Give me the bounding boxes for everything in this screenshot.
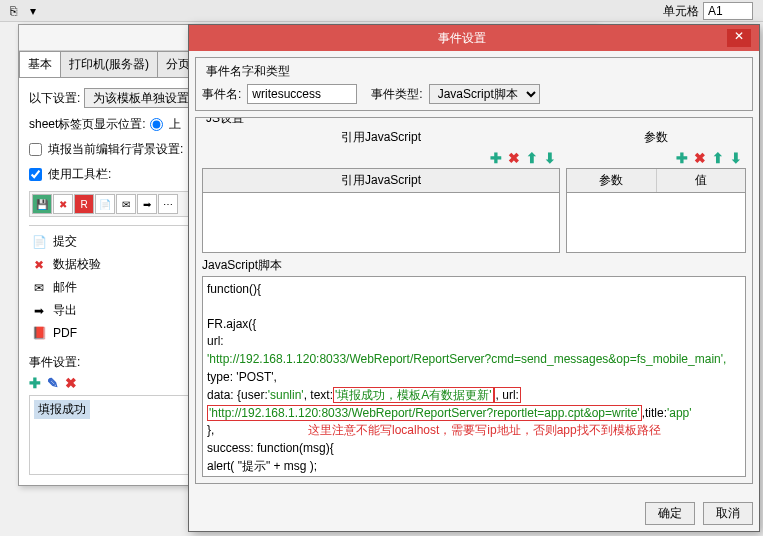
- refjs-grid[interactable]: [202, 193, 560, 253]
- tb-mail-icon[interactable]: ✉: [116, 194, 136, 214]
- toolbar-icon[interactable]: ⎘: [4, 2, 22, 20]
- event-name-label: 事件名:: [202, 86, 241, 103]
- tb-r-icon[interactable]: R: [74, 194, 94, 214]
- sheet-pos-up-radio[interactable]: [150, 118, 163, 131]
- event-type-select[interactable]: JavaScript脚本: [429, 84, 540, 104]
- param-up-icon[interactable]: ⬆: [712, 150, 724, 166]
- tb-more-icon[interactable]: ⋯: [158, 194, 178, 214]
- event-item-success[interactable]: 填报成功: [34, 400, 90, 419]
- fill-bg-label: 填报当前编辑行背景设置:: [48, 141, 183, 158]
- use-toolbar-label: 使用工具栏:: [48, 166, 111, 183]
- tab-basic[interactable]: 基本: [19, 51, 61, 77]
- dialog-titlebar: 事件设置 ✕: [189, 25, 759, 51]
- tb-doc-icon[interactable]: 📄: [95, 194, 115, 214]
- fill-bg-checkbox[interactable]: [29, 143, 42, 156]
- tb-save-icon[interactable]: 💾: [32, 194, 52, 214]
- close-icon[interactable]: ✕: [727, 29, 751, 47]
- param-grid[interactable]: [566, 193, 746, 253]
- validate-icon: ✖: [31, 257, 47, 273]
- script-label: JavaScript脚本: [202, 257, 746, 274]
- event-settings-dialog: 事件设置 ✕ 事件名字和类型 事件名: 事件类型: JavaScript脚本 J…: [188, 24, 760, 532]
- ref-js-title: 引用JavaScript: [202, 127, 560, 148]
- refjs-header: 引用JavaScript: [203, 169, 559, 192]
- ref-js-column: 引用JavaScript ✚ ✖ ⬆ ⬇ 引用JavaScript: [202, 127, 560, 253]
- toolbar-dropdown-icon[interactable]: ▾: [24, 2, 42, 20]
- event-edit-icon[interactable]: ✎: [47, 375, 59, 391]
- name-type-legend: 事件名字和类型: [202, 63, 294, 80]
- code-editor[interactable]: function(){ FR.ajax({ url: 'http://192.1…: [202, 276, 746, 477]
- refjs-down-icon[interactable]: ⬇: [544, 150, 556, 166]
- js-legend: JS设置: [202, 117, 746, 127]
- event-type-label: 事件类型:: [371, 86, 422, 103]
- cell-label: 单元格: [663, 3, 699, 20]
- tab-printer[interactable]: 打印机(服务器): [60, 51, 158, 77]
- param-down-icon[interactable]: ⬇: [730, 150, 742, 166]
- app-toolbar: ⎘ ▾ 单元格: [0, 0, 763, 22]
- name-type-fieldset: 事件名字和类型 事件名: 事件类型: JavaScript脚本: [195, 57, 753, 111]
- cancel-button[interactable]: 取消: [703, 502, 753, 525]
- email-icon: ✉: [31, 280, 47, 296]
- param-del-icon[interactable]: ✖: [694, 150, 706, 166]
- tb-export-icon[interactable]: ➡: [137, 194, 157, 214]
- param-add-icon[interactable]: ✚: [676, 150, 688, 166]
- refjs-up-icon[interactable]: ⬆: [526, 150, 538, 166]
- param-header-value: 值: [657, 169, 746, 192]
- event-name-input[interactable]: [247, 84, 357, 104]
- sheet-pos-label: sheet标签页显示位置:: [29, 116, 146, 133]
- event-dialog-title: 事件设置: [197, 30, 727, 47]
- refjs-add-icon[interactable]: ✚: [490, 150, 502, 166]
- js-settings-fieldset: JS设置 引用JavaScript ✚ ✖ ⬆ ⬇ 引用JavaScript 参…: [195, 117, 753, 484]
- ok-button[interactable]: 确定: [645, 502, 695, 525]
- dialog-buttons: 确定 取消: [189, 496, 759, 531]
- param-column: 参数 ✚ ✖ ⬆ ⬇ 参数 值: [566, 127, 746, 253]
- cell-reference: 单元格: [663, 2, 753, 20]
- pdf-icon: 📕: [31, 325, 47, 341]
- tb-check-icon[interactable]: ✖: [53, 194, 73, 214]
- code-annotation: 这里注意不能写localhost，需要写ip地址，否则app找不到模板路径: [308, 423, 661, 437]
- submit-icon: 📄: [31, 234, 47, 250]
- use-toolbar-checkbox[interactable]: [29, 168, 42, 181]
- export-icon: ➡: [31, 303, 47, 319]
- param-header-name: 参数: [567, 169, 657, 192]
- cell-input[interactable]: [703, 2, 753, 20]
- event-delete-icon[interactable]: ✖: [65, 375, 77, 391]
- refjs-del-icon[interactable]: ✖: [508, 150, 520, 166]
- setting-label: 以下设置:: [29, 90, 80, 107]
- event-add-icon[interactable]: ✚: [29, 375, 41, 391]
- param-title: 参数: [566, 127, 746, 148]
